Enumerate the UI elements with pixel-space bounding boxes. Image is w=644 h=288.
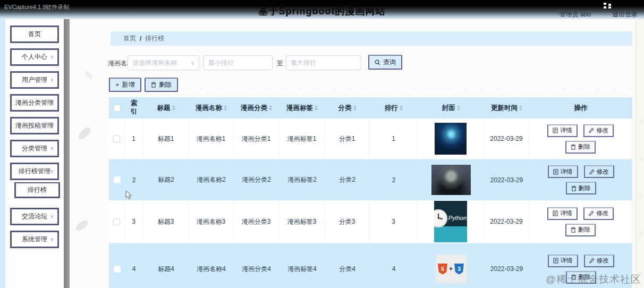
row-checkbox[interactable] (114, 266, 121, 273)
sort-icon[interactable] (457, 105, 460, 111)
cell-index: 2 (125, 176, 143, 184)
document-icon (553, 210, 558, 216)
sidebar-item[interactable]: 系统管理 ∨ (10, 231, 59, 248)
leaf-decoration (74, 219, 89, 232)
max-rank-input[interactable] (286, 55, 361, 70)
detail-button[interactable]: 详情 (548, 255, 578, 267)
column-header[interactable]: 封面 (418, 104, 484, 113)
sidebar-item[interactable]: 个人中心 ∨ (10, 48, 59, 66)
min-rank-input[interactable] (204, 55, 273, 70)
chevron-down-icon: ∨ (50, 54, 54, 60)
column-header-label: 索引 (130, 99, 138, 116)
sidebar-item[interactable]: 分类管理 ∨ (10, 140, 59, 157)
row-checkbox-cell (109, 200, 125, 243)
remove-button[interactable]: 删除 (566, 182, 596, 194)
sidebar-item-label: 系统管理 (22, 235, 47, 244)
edit-button[interactable]: 修改 (584, 165, 614, 178)
detail-button[interactable]: 详情 (547, 124, 578, 137)
sort-icon[interactable] (224, 105, 227, 111)
sidebar-item[interactable]: 漫画投稿管理 ∨ (10, 117, 59, 134)
sort-icon[interactable] (315, 105, 318, 111)
cell-rank: 2 (370, 176, 418, 184)
breadcrumb-current: 排行榜 (145, 34, 164, 43)
cell-updated-time: 2022-03-29 (484, 176, 529, 184)
remove-button-label: 删除 (578, 143, 590, 151)
sidebar-item-label: 分类管理 (22, 144, 47, 153)
main-content: 首页 / 排行榜 漫画名称 请选择漫画名称 ∨ 至 查询 + 新增 (70, 19, 644, 288)
sidebar-item[interactable]: 漫画分类管理 ∨ (10, 94, 59, 112)
page-scrollbar[interactable] (635, 19, 644, 288)
cell-comic-name: 漫画名称3 (189, 200, 233, 243)
remove-button[interactable]: 删除 (565, 141, 596, 154)
document-icon (553, 128, 558, 133)
column-header[interactable]: 排行 (370, 104, 418, 113)
column-header[interactable]: 分类 (325, 104, 370, 113)
cell-actions: 详情 修改 删除 (529, 118, 632, 159)
column-header[interactable]: 漫画标签 (279, 104, 325, 113)
column-header[interactable]: 标题 (143, 104, 189, 113)
row-checkbox[interactable] (113, 218, 120, 225)
remove-button-label: 删除 (579, 184, 591, 192)
column-header[interactable]: 漫画分类 (233, 104, 279, 113)
column-header-label: 封面 (442, 104, 455, 113)
select-all-header-cell (109, 105, 125, 112)
sort-icon[interactable] (353, 105, 357, 111)
sidebar-item[interactable]: 用户管理 ∨ (10, 71, 59, 89)
sidebar-item[interactable]: 交流论坛 ∨ (10, 208, 59, 225)
cell-title: 标题2 (143, 175, 189, 184)
cover-image: Python (434, 201, 467, 242)
column-header-label: 漫画标签 (286, 104, 313, 113)
chevron-down-icon: ∨ (191, 60, 194, 66)
cover-image (435, 123, 467, 155)
detail-button[interactable]: 详情 (548, 165, 578, 178)
cell-cover: Python (418, 200, 484, 243)
sort-icon[interactable] (400, 105, 403, 111)
search-button[interactable]: 查询 (368, 55, 402, 70)
add-button[interactable]: + 新增 (109, 78, 141, 92)
breadcrumb-home[interactable]: 首页 (123, 34, 136, 43)
column-header[interactable]: 更新时间 (484, 104, 529, 113)
delete-button[interactable]: 删除 (145, 78, 178, 92)
sort-icon[interactable] (172, 105, 175, 111)
plus-icon: + (115, 81, 120, 89)
column-header[interactable]: 漫画名称 (189, 104, 233, 113)
sidebar-menu: 首页 个人中心 ∨ 用户管理 ∨ 漫画分类管理 ∨ 漫画投稿管理 ∨ 分类管理 … (5, 19, 64, 248)
cell-comic-tag: 漫画标签3 (279, 200, 325, 243)
remove-button[interactable]: 删除 (565, 224, 596, 236)
cell-comic-category: 漫画分类2 (233, 175, 279, 184)
edit-button[interactable]: 修改 (583, 207, 614, 220)
recorder-grid-icon[interactable] (604, 3, 611, 9)
column-header: 索引 (125, 99, 143, 116)
cell-type: 分类3 (325, 200, 370, 243)
comic-name-select[interactable]: 请选择漫画名称 ∨ (128, 55, 199, 70)
clock-icon (434, 209, 447, 227)
sort-icon[interactable] (519, 105, 522, 111)
edit-button[interactable]: 修改 (583, 124, 614, 137)
sidebar-item[interactable]: 排行榜管理 ∨ (10, 163, 59, 180)
sort-icon[interactable] (269, 105, 272, 111)
edit-button[interactable]: 修改 (584, 255, 614, 267)
delete-button-label: 删除 (159, 80, 172, 89)
cover-image: 5+3 (436, 255, 467, 283)
pencil-icon (589, 169, 595, 175)
sidebar-item[interactable]: 首页 (10, 26, 59, 43)
cell-cover (418, 118, 484, 159)
detail-button[interactable]: 详情 (547, 207, 578, 220)
cell-type: 分类4 (325, 265, 370, 274)
sidebar-item-label: 个人中心 (22, 53, 47, 62)
row-checkbox[interactable] (113, 135, 120, 142)
cell-comic-category: 漫画分类1 (233, 118, 279, 159)
table-row: 3 标题3 漫画名称3 漫画分类3 漫画标签3 分类3 3 Python 202… (109, 200, 632, 243)
logout-link[interactable]: 退出登录 (612, 10, 638, 19)
document-icon (553, 169, 558, 175)
add-button-label: 新增 (122, 80, 135, 89)
sidebar-item[interactable]: 排行榜 (14, 182, 60, 198)
leaf-decoration (77, 126, 93, 141)
sidebar-scrollbar[interactable] (64, 19, 70, 288)
pencil-icon (589, 258, 595, 264)
column-header-label: 排行 (385, 104, 398, 113)
cell-comic-name: 漫画名称2 (189, 175, 233, 184)
select-all-checkbox[interactable] (114, 105, 121, 112)
row-checkbox[interactable] (114, 176, 121, 183)
edit-button-label: 修改 (596, 209, 608, 217)
